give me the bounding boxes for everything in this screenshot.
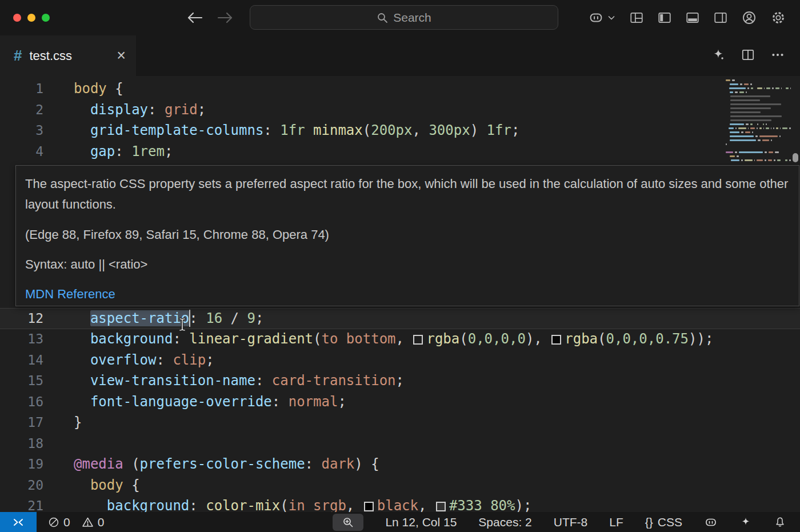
sparkle-icon xyxy=(711,47,726,62)
eol-indicator[interactable]: LF xyxy=(609,515,623,529)
code-line[interactable]: 19@media (prefers-color-scheme: dark) { xyxy=(0,454,800,475)
code-token: rgba xyxy=(565,331,598,347)
tooltip-description: The aspect-ratio CSS property sets a pre… xyxy=(25,174,790,215)
minimap-row xyxy=(723,90,791,94)
code-token: overflow xyxy=(90,352,157,368)
copilot-menu-button[interactable] xyxy=(588,8,616,27)
code-line[interactable]: 21 background: color-mix(in srgb, black,… xyxy=(0,495,800,512)
code-token: dark xyxy=(322,456,355,472)
line-number[interactable]: 3 xyxy=(0,120,43,141)
line-number[interactable]: 21 xyxy=(0,495,43,512)
cursor-position[interactable]: Ln 12, Col 15 xyxy=(385,515,457,529)
code-token: , xyxy=(412,122,429,138)
toggle-panel-button[interactable] xyxy=(685,8,700,27)
toggle-primary-sidebar-button[interactable] xyxy=(657,8,672,27)
zoom-window-button[interactable] xyxy=(42,14,50,22)
code-token: : xyxy=(115,143,131,159)
line-number[interactable]: 17 xyxy=(0,412,43,433)
code-token xyxy=(74,373,90,389)
scrollbar-thumb[interactable] xyxy=(793,153,798,162)
color-swatch[interactable] xyxy=(551,335,561,345)
notifications-button[interactable] xyxy=(774,516,786,529)
color-swatch[interactable] xyxy=(436,502,446,511)
code-token: : xyxy=(189,310,206,326)
code-line[interactable]: 14 overflow: clip; xyxy=(0,350,800,371)
line-number[interactable]: 19 xyxy=(0,454,43,475)
line-number[interactable]: 20 xyxy=(0,475,43,496)
remote-indicator[interactable] xyxy=(0,512,37,532)
line-number[interactable]: 14 xyxy=(0,350,43,371)
copilot-status-icon xyxy=(704,515,718,529)
sparkle-button[interactable] xyxy=(711,47,726,65)
title-bar: Search xyxy=(0,0,800,35)
code-token: )); xyxy=(689,331,713,347)
account-button[interactable] xyxy=(741,8,757,27)
vscode-window: Search xyxy=(0,0,800,532)
tab-close-button[interactable]: × xyxy=(117,48,126,63)
settings-button[interactable] xyxy=(770,8,786,27)
customize-layout-button[interactable] xyxy=(629,8,644,27)
code-token: 9 xyxy=(247,310,255,326)
code-token xyxy=(74,310,90,326)
split-editor-button[interactable] xyxy=(741,47,755,65)
code-line[interactable]: 12 aspect-ratio: 16 / 9; xyxy=(0,308,800,329)
code-token xyxy=(239,310,247,326)
line-number[interactable]: 16 xyxy=(0,391,43,413)
code-token: rgba xyxy=(426,331,459,347)
more-actions-button[interactable] xyxy=(770,47,785,65)
back-button[interactable] xyxy=(185,9,205,26)
code-token: : xyxy=(255,373,272,389)
problems-indicator[interactable]: 0 0 xyxy=(48,512,104,532)
zoom-status-button[interactable] xyxy=(333,514,363,531)
code-line[interactable]: 13 background: linear-gradient(to bottom… xyxy=(0,329,800,350)
code-line[interactable]: 18 xyxy=(0,433,800,454)
minimap-row xyxy=(723,138,791,142)
close-window-button[interactable] xyxy=(13,14,21,22)
code-token: aspect-ratio xyxy=(90,310,189,326)
color-swatch[interactable] xyxy=(413,335,423,345)
line-number[interactable]: 12 xyxy=(0,308,43,329)
code-line[interactable]: 1body { xyxy=(0,78,800,99)
indentation-indicator[interactable]: Spaces: 2 xyxy=(478,515,531,529)
sparkle-status-button[interactable] xyxy=(739,516,752,529)
code-token xyxy=(305,122,313,138)
copilot-status-button[interactable] xyxy=(704,515,718,529)
code-line[interactable]: 2 display: grid; xyxy=(0,99,800,121)
minimap[interactable] xyxy=(723,78,791,162)
search-box[interactable]: Search xyxy=(250,5,558,30)
line-number[interactable]: 2 xyxy=(0,99,43,121)
code-token: ; xyxy=(165,143,173,159)
forward-button[interactable] xyxy=(215,9,235,26)
code-line[interactable]: 15 view-transition-name: card-transition… xyxy=(0,370,800,391)
toggle-secondary-sidebar-button[interactable] xyxy=(713,8,728,27)
code-token: prefers-color-scheme xyxy=(140,456,305,472)
code-line[interactable]: 16 font-language-override: normal; xyxy=(0,391,800,413)
code-token: { xyxy=(107,81,123,97)
line-number[interactable]: 18 xyxy=(0,433,43,454)
language-mode[interactable]: {} CSS xyxy=(645,515,682,529)
tab-label: test.css xyxy=(29,49,72,63)
line-number[interactable]: 15 xyxy=(0,370,43,391)
bell-icon xyxy=(774,516,786,529)
code-token xyxy=(74,477,90,493)
code-token: : xyxy=(272,394,289,410)
code-line[interactable]: 3 grid-template-columns: 1fr minmax(200p… xyxy=(0,120,800,141)
minimap-row xyxy=(723,158,791,162)
mdn-reference-link[interactable]: MDN Reference xyxy=(25,284,115,305)
line-number[interactable]: 1 xyxy=(0,78,43,99)
code-line[interactable]: 17} xyxy=(0,412,800,433)
chevron-down-icon xyxy=(607,13,616,22)
code-line[interactable]: 4 gap: 1rem; xyxy=(0,141,800,162)
encoding-indicator[interactable]: UTF-8 xyxy=(554,515,588,529)
tab-test-css[interactable]: # test.css × xyxy=(0,35,136,76)
code-token: : xyxy=(263,122,280,138)
minimap-content xyxy=(723,78,791,162)
warnings-icon xyxy=(82,517,94,528)
code-token xyxy=(74,143,90,159)
line-number[interactable]: 13 xyxy=(0,329,43,350)
line-number[interactable]: 4 xyxy=(0,141,43,162)
color-swatch[interactable] xyxy=(364,502,374,511)
minimize-window-button[interactable] xyxy=(27,14,35,22)
code-line[interactable]: 20 body { xyxy=(0,475,800,496)
code-token: 1rem xyxy=(131,143,165,159)
